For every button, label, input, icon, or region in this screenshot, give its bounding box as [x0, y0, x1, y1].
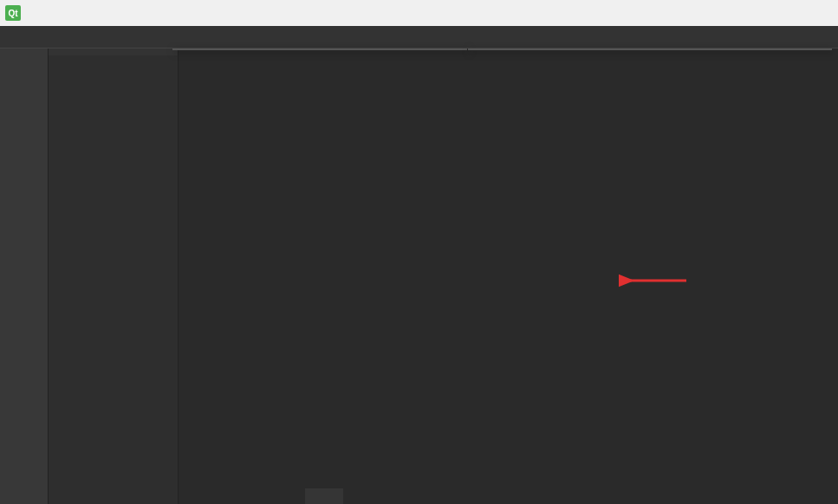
app-icon: Qt [5, 5, 21, 21]
title-bar: Qt [0, 0, 838, 26]
menu-bar [0, 26, 838, 48]
project-panel-header [49, 48, 178, 55]
code-editor[interactable] [179, 48, 838, 504]
line-number [305, 488, 343, 504]
project-panel [49, 48, 179, 504]
debug-menu [172, 48, 467, 50]
project-tree [49, 55, 178, 62]
mode-sidebar [0, 48, 49, 504]
start-debug-submenu [468, 48, 832, 50]
